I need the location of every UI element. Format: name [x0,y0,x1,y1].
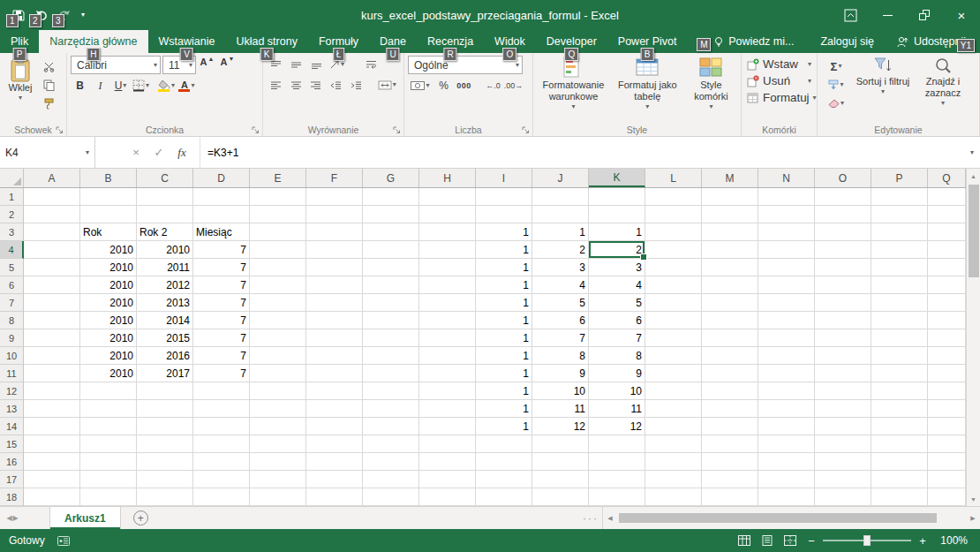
cell-B18[interactable] [80,488,137,506]
cell-M4[interactable] [702,241,758,259]
column-header-F[interactable]: F [306,169,363,187]
cell-P17[interactable] [871,471,928,488]
cell-N16[interactable] [758,453,815,471]
column-header-I[interactable]: I [476,169,532,187]
column-header-K[interactable]: K [589,169,645,187]
cell-B15[interactable] [80,435,137,453]
cell-F17[interactable] [306,471,363,488]
cell-I8[interactable]: 1 [476,312,532,329]
cell-E6[interactable] [250,276,306,294]
cell-A18[interactable] [24,488,80,506]
cell-P7[interactable] [871,294,928,312]
decrease-font-size-button[interactable]: A▼ [218,57,237,74]
cell-I5[interactable]: 1 [476,259,532,276]
row-header-1[interactable]: 1 [0,188,24,206]
cell-O15[interactable] [815,435,871,453]
sheet-nav-right-button[interactable]: ▶ [6,507,25,529]
cell-L8[interactable] [645,312,702,329]
cell-L2[interactable] [645,206,702,223]
cell-N2[interactable] [758,206,815,223]
cell-A14[interactable] [24,418,80,435]
cell-M2[interactable] [702,206,758,223]
redo-button[interactable]: 3 [53,4,76,26]
cell-F7[interactable] [306,294,363,312]
row-header-18[interactable]: 18 [0,488,24,506]
cell-I18[interactable] [476,488,532,506]
save-button[interactable]: 1 [7,4,30,26]
cell-L14[interactable] [645,418,702,435]
cell-A9[interactable] [24,329,80,347]
cell-Q11[interactable] [928,365,966,382]
cell-K15[interactable] [589,435,645,453]
cell-E5[interactable] [250,259,306,276]
column-header-M[interactable]: M [702,169,758,187]
column-header-C[interactable]: C [137,169,193,187]
cell-D8[interactable]: 7 [193,312,250,329]
cell-E1[interactable] [250,188,306,206]
cell-L10[interactable] [645,347,702,365]
column-header-E[interactable]: E [250,169,306,187]
decrease-indent-button[interactable] [327,76,345,94]
cell-B13[interactable] [80,400,137,418]
delete-cells-button[interactable]: Usuń ▾ [745,72,813,89]
cell-H13[interactable] [419,400,476,418]
column-header-D[interactable]: D [193,169,250,187]
cell-P11[interactable] [871,365,928,382]
align-middle-button[interactable] [287,56,305,73]
cell-styles-button[interactable]: Style komórki ▾ [685,56,737,122]
sort-filter-button[interactable]: Sortuj i filtruj ▾ [855,56,911,122]
cell-J9[interactable]: 7 [532,329,589,347]
cell-O14[interactable] [815,418,871,435]
cell-K17[interactable] [589,471,645,488]
cell-P15[interactable] [871,435,928,453]
format-cells-button[interactable]: Formatuj ▾ [745,89,813,106]
cell-O9[interactable] [815,329,871,347]
cell-J12[interactable]: 10 [532,382,589,400]
cell-C8[interactable]: 2014 [137,312,193,329]
tab-splitter-handle[interactable]: ··· [583,512,599,525]
cell-D7[interactable]: 7 [193,294,250,312]
cell-L3[interactable] [645,223,702,241]
cell-F14[interactable] [306,418,363,435]
cell-C18[interactable] [137,488,193,506]
column-header-P[interactable]: P [871,169,928,187]
cell-D15[interactable] [193,435,250,453]
cell-H14[interactable] [419,418,476,435]
cancel-button[interactable]: × [125,142,147,163]
cell-O5[interactable] [815,259,871,276]
cell-J7[interactable]: 5 [532,294,589,312]
cell-O12[interactable] [815,382,871,400]
cell-E7[interactable] [250,294,306,312]
select-all-button[interactable] [0,169,24,187]
cell-J6[interactable]: 4 [532,276,589,294]
cell-D16[interactable] [193,453,250,471]
cell-M17[interactable] [702,471,758,488]
cell-C13[interactable] [137,400,193,418]
row-header-6[interactable]: 6 [0,276,24,294]
cell-B6[interactable]: 2010 [80,276,137,294]
cell-I1[interactable] [476,188,532,206]
cell-N6[interactable] [758,276,815,294]
cell-Q16[interactable] [928,453,966,471]
horizontal-scrollbar[interactable]: ◀ ▶ [602,507,980,529]
undo-button[interactable]: 2 [30,4,53,26]
cell-Q18[interactable] [928,488,966,506]
vertical-scroll-thumb[interactable] [969,185,979,277]
cell-Q8[interactable] [928,312,966,329]
ribbon-tab[interactable]: RecenzjaR [417,30,484,53]
cell-M7[interactable] [702,294,758,312]
cell-M3[interactable] [702,223,758,241]
align-center-button[interactable] [287,76,305,94]
cell-L6[interactable] [645,276,702,294]
cell-G5[interactable] [363,259,419,276]
cell-E9[interactable] [250,329,306,347]
autosum-button[interactable]: Σ▾ [821,57,851,75]
cell-G6[interactable] [363,276,419,294]
cell-C1[interactable] [137,188,193,206]
scroll-left-icon[interactable]: ◀ [603,511,617,526]
horizontal-scroll-thumb[interactable] [619,513,937,523]
cell-M9[interactable] [702,329,758,347]
cell-K14[interactable]: 12 [589,418,645,435]
cell-J14[interactable]: 12 [532,418,589,435]
row-header-8[interactable]: 8 [0,312,24,329]
